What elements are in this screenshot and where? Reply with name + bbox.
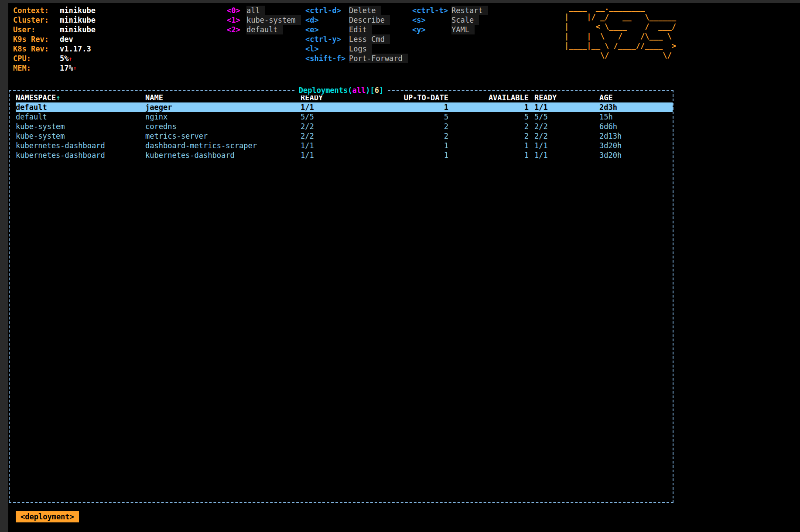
cell-available: 2 [448,122,529,131]
cell-age: 3d20h [599,150,667,160]
cell-ready: 1/1 [301,102,366,112]
cell-ready: 2/2 [301,122,366,131]
cell-up-to-date: 2 [366,122,448,131]
hotkey-edit: <e> Edit [305,25,408,34]
namespace-shortcut-default: <2> default [227,25,301,34]
shortcut-key: <0> [227,6,246,15]
table-row[interactable]: kube-system metrics-server 2/2 2 2 2/2 2… [16,131,673,141]
cell-age: 3d20h [599,141,667,150]
hotkey-label: Delete [349,6,381,15]
cell-ready: 2/2 [301,131,366,141]
hotkey-label: Edit [349,25,372,34]
hotkey-key: <y> [412,25,451,34]
hotkey-label: Less Cmd [349,34,390,44]
cell-ready2: 1/1 [529,141,599,150]
table-row[interactable]: default nginx 5/5 5 5 5/5 15h [16,112,673,122]
hotkey-delete: <ctrl-d> Delete [305,6,408,15]
info-label: Cluster: [13,15,60,25]
info-value: minikube [60,6,96,15]
panel-title: Deployments(all)[6] [295,85,388,95]
shortcut-label: default [246,25,283,34]
panel-title-resource: Deployments( [299,86,352,95]
panel-title-scope: all [352,86,366,95]
cell-name: jaeger [145,102,301,112]
info-label: Context: [13,6,60,15]
shortcut-key: <2> [227,25,246,34]
info-label: MEM: [13,63,60,73]
hotkey-key: <s> [412,15,451,25]
info-value: dev [60,34,96,44]
info-value: v1.17.3 [60,44,96,54]
hotkey-key: <ctrl-y> [305,34,349,44]
hotkey-label: Restart [451,6,488,15]
mem-value: 17%↑ [60,63,96,73]
cell-available: 1 [448,141,529,150]
cell-ready: 1/1 [301,141,366,150]
cell-namespace: kube-system [16,131,145,141]
cell-available: 5 [448,112,529,122]
hotkey-yaml: <y> YAML [412,25,488,34]
cell-available: 1 [448,150,529,160]
info-row-k8s-rev: K8s Rev: v1.17.3 [13,44,96,54]
hotkey-key: <d> [305,15,349,25]
hotkey-port-forward: <shift-f> Port-Forward [305,54,408,63]
cell-age: 15h [599,112,667,122]
cell-namespace: default [16,112,145,122]
cell-name: kubernetes-dashboard [145,150,301,160]
column-header-ready2[interactable]: READY [529,93,599,102]
info-row-cpu: CPU: 5%↑ [13,54,96,63]
cell-age: 2d3h [599,102,667,112]
column-header-namespace[interactable]: NAMESPACE↑ [16,93,145,102]
hotkey-restart: <ctrl-t> Restart [412,6,488,15]
table-row-selected[interactable]: default jaeger 1/1 1 1 1/1 2d3h [16,102,673,112]
cell-namespace: default [16,102,145,112]
cell-name: nginx [145,112,301,122]
deployments-table: NAMESPACE↑ NAME READY UP-TO-DATE AVAILAB… [10,91,673,160]
table-row[interactable]: kube-system coredns 2/2 2 2 2/2 6d6h [16,122,673,131]
cell-ready2: 1/1 [529,150,599,160]
column-header-age[interactable]: AGE [599,93,667,102]
hotkey-label: Scale [451,15,479,25]
cell-ready2: 2/2 [529,122,599,131]
window-edge-top [0,0,800,3]
info-label: K9s Rev: [13,34,60,44]
info-label: CPU: [13,54,60,64]
hotkey-menu-right: <ctrl-t> Restart <s> Scale <y> YAML [412,6,488,34]
trend-up-icon: ↑ [73,65,77,72]
hotkey-describe: <d> Describe [305,15,408,25]
hotkey-less-cmd: <ctrl-y> Less Cmd [305,34,408,44]
cell-name: dashboard-metrics-scraper [145,141,301,150]
cell-ready: 5/5 [301,112,366,122]
table-row[interactable]: kubernetes-dashboard kubernetes-dashboar… [16,150,673,160]
info-label: K8s Rev: [13,44,60,54]
shortcut-key: <1> [227,15,246,25]
sort-arrow-icon: ↑ [56,93,60,102]
cell-up-to-date: 1 [366,102,448,112]
cell-ready2: 5/5 [529,112,599,122]
namespace-shortcuts: <0> all <1> kube-system <2> default [227,6,301,34]
column-header-name[interactable]: NAME [145,93,301,102]
hotkey-label: YAML [451,25,475,34]
cell-up-to-date: 1 [366,150,448,160]
cell-name: coredns [145,122,301,131]
hotkey-key: <l> [305,44,349,54]
panel-title-count: 6 [375,86,379,95]
cell-ready2: 2/2 [529,131,599,141]
shortcut-label: all [246,6,265,15]
deployments-panel: Deployments(all)[6] NAMESPACE↑ NAME READ… [9,90,674,503]
hotkey-label: Logs [349,44,372,54]
window-edge-left [0,0,8,532]
resource-crumb[interactable]: <deployment> [16,511,79,522]
trend-up-icon: ↑ [68,55,72,62]
hotkey-logs: <l> Logs [305,44,408,54]
cell-name: metrics-server [145,131,301,141]
column-header-available[interactable]: AVAILABLE [448,93,529,102]
table-row[interactable]: kubernetes-dashboard dashboard-metrics-s… [16,141,673,150]
cell-age: 6d6h [599,122,667,131]
info-row-cluster: Cluster: minikube [13,15,96,25]
info-row-context: Context: minikube [13,6,96,15]
namespace-shortcut-all: <0> all [227,6,301,15]
k9s-logo: ____ __.________ | |/ _/ __ \______ | < … [564,3,676,60]
hotkey-label: Port-Forward [349,54,408,63]
cell-ready2: 1/1 [529,102,599,112]
